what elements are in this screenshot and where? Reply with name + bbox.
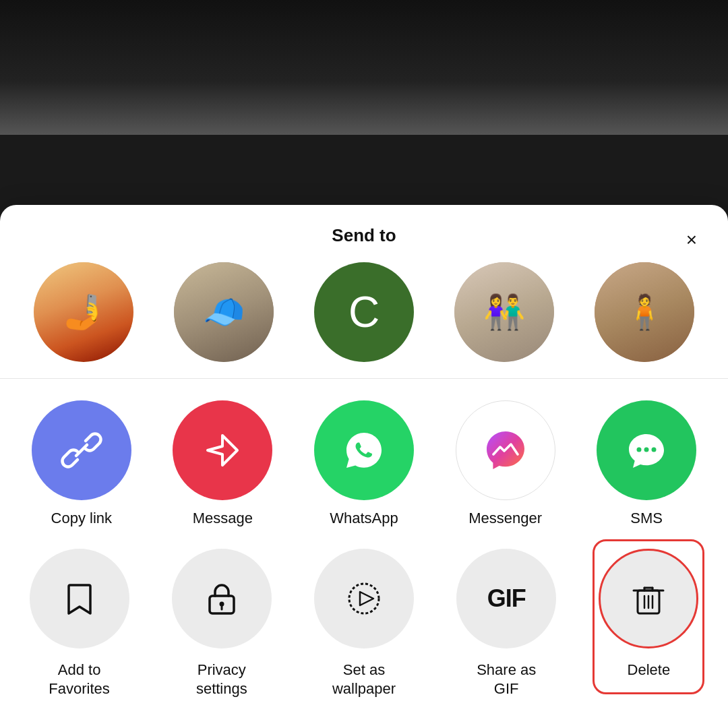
contact-item[interactable]: 👫 xyxy=(434,262,574,362)
action-label-share-gif: Share as GIF xyxy=(477,661,536,699)
message-icon-bg xyxy=(173,400,272,500)
contact-item[interactable]: C xyxy=(294,262,434,362)
whatsapp-icon xyxy=(340,426,388,475)
app-label-sms: SMS xyxy=(630,510,663,527)
delete-icon-wrap xyxy=(599,549,698,648)
action-item-delete[interactable]: Delete xyxy=(580,549,717,699)
lock-icon xyxy=(202,578,242,619)
sheet-header: Send to × xyxy=(0,218,728,262)
gif-text: GIF xyxy=(487,584,526,613)
app-item-messenger[interactable]: Messenger xyxy=(435,400,576,527)
trash-icon xyxy=(628,578,669,619)
apps-row: Copy link Message WhatsApp xyxy=(0,400,728,549)
bookmark-icon xyxy=(59,578,100,619)
send-icon xyxy=(198,426,247,475)
svg-point-3 xyxy=(652,447,657,452)
wallpaper-icon-wrap xyxy=(314,549,414,648)
app-label-message: Message xyxy=(193,510,253,527)
sms-bubble-icon xyxy=(622,426,671,475)
app-item-copy-link[interactable]: Copy link xyxy=(11,400,152,527)
privacy-icon-wrap xyxy=(172,549,272,648)
contacts-row: 🤳 🧢 C 👫 🧍 xyxy=(0,262,728,378)
divider xyxy=(0,378,728,379)
action-item-privacy-settings[interactable]: Privacy settings xyxy=(153,549,290,699)
svg-marker-8 xyxy=(360,592,373,605)
sheet-title: Send to xyxy=(332,225,396,246)
app-item-sms[interactable]: SMS xyxy=(576,400,717,527)
play-circle-dotted-icon xyxy=(344,578,384,619)
action-label-privacy-settings: Privacy settings xyxy=(196,661,247,699)
avatar: 👫 xyxy=(454,262,554,362)
app-label-whatsapp: WhatsApp xyxy=(330,510,398,527)
copy-link-icon-bg xyxy=(32,400,131,500)
messenger-icon xyxy=(479,423,533,477)
contact-item[interactable]: 🧍 xyxy=(574,262,715,362)
action-label-delete: Delete xyxy=(628,661,671,680)
gif-icon-wrap: GIF xyxy=(456,549,556,648)
app-item-message[interactable]: Message xyxy=(152,400,294,527)
actions-row: Add to Favorites Privacy settings xyxy=(0,549,728,726)
close-button[interactable]: × xyxy=(677,225,706,255)
dark-background xyxy=(0,0,728,135)
action-label-set-wallpaper: Set as wallpaper xyxy=(332,661,396,699)
app-item-whatsapp[interactable]: WhatsApp xyxy=(293,400,435,527)
action-item-add-favorites[interactable]: Add to Favorites xyxy=(11,549,148,699)
link-icon xyxy=(57,426,106,475)
contact-item[interactable]: 🧢 xyxy=(154,262,294,362)
sms-icon-bg xyxy=(597,400,696,500)
contact-item[interactable]: 🤳 xyxy=(13,262,154,362)
svg-point-1 xyxy=(637,447,642,452)
messenger-icon-bg xyxy=(456,400,555,500)
action-item-set-wallpaper[interactable]: Set as wallpaper xyxy=(295,549,432,699)
whatsapp-icon-bg xyxy=(314,400,414,500)
add-favorites-icon-wrap xyxy=(30,549,129,648)
share-sheet: Send to × 🤳 🧢 C 👫 xyxy=(0,205,728,726)
avatar: 🧍 xyxy=(595,262,694,362)
svg-point-7 xyxy=(349,584,379,613)
app-label-messenger: Messenger xyxy=(468,510,542,527)
svg-marker-0 xyxy=(208,435,237,465)
avatar: 🧢 xyxy=(174,262,274,362)
action-item-share-gif[interactable]: GIF Share as GIF xyxy=(438,549,575,699)
avatar: C xyxy=(314,262,414,362)
action-label-add-favorites: Add to Favorites xyxy=(49,661,109,699)
avatar: 🤳 xyxy=(34,262,133,362)
svg-point-2 xyxy=(644,447,649,452)
app-label-copy-link: Copy link xyxy=(51,510,112,527)
